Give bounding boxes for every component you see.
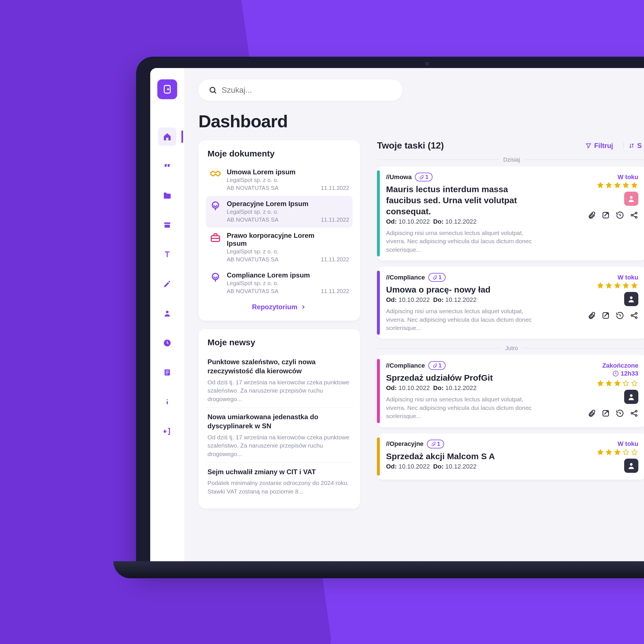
history-icon[interactable] <box>616 211 624 219</box>
attachment-icon[interactable] <box>587 409 596 418</box>
nav-home[interactable] <box>158 128 176 146</box>
document-title: Prawo korporacyjne Lorem Ipsum <box>227 232 316 247</box>
quote-icon <box>163 162 172 171</box>
news-item[interactable]: Nowa umiarkowana jedenastka do dyscyplin… <box>206 408 353 463</box>
note-icon[interactable] <box>601 311 610 320</box>
folder-icon <box>163 191 172 200</box>
sort-icon <box>628 142 635 149</box>
document-org2: AB NOVATUTAS SA <box>227 216 316 224</box>
filter-label: Filtruj <box>594 142 613 150</box>
attachment-chip[interactable]: 1 <box>427 440 444 448</box>
share-icon[interactable] <box>630 311 638 320</box>
attachment-chip[interactable]: 1 <box>428 361 446 370</box>
head-icon <box>209 200 222 212</box>
note-icon[interactable] <box>601 409 610 418</box>
nav-archive[interactable] <box>158 216 176 234</box>
laptop-frame: Dashboard Moje dokumenty Umowa Lorem ips… <box>136 57 644 567</box>
task-status: W toku <box>618 173 638 181</box>
task-card[interactable]: //Compliance1ZakończoneSprzedaż udziałów… <box>377 355 644 427</box>
share-icon[interactable] <box>630 211 638 219</box>
task-status: W toku <box>618 274 638 281</box>
star-icon <box>630 380 638 387</box>
svg-point-17 <box>630 296 632 299</box>
document-row[interactable]: Prawo korporacyjne Lorem IpsumLegalSpot … <box>206 228 353 267</box>
home-icon <box>163 132 172 141</box>
news-title: Moje newsy <box>206 338 353 347</box>
news-card: Moje newsy Punktowe szaleństwo, czyli no… <box>198 329 360 509</box>
history-icon[interactable] <box>616 409 624 418</box>
star-icon <box>613 181 621 189</box>
document-date: 11.11.2022 <box>321 288 349 295</box>
star-icon <box>622 181 630 189</box>
sort-button[interactable]: S <box>623 142 644 150</box>
svg-point-4 <box>166 311 168 313</box>
assignee-avatar[interactable] <box>624 292 638 306</box>
nav-quote[interactable] <box>158 157 176 175</box>
document-row[interactable]: Compliance Lorem ipsumLegalSpot sp. z o.… <box>206 267 353 299</box>
sidebar <box>150 68 184 567</box>
document-row[interactable]: Umowa Lorem ipsumLegalSpot sp. z o. o.AB… <box>206 164 353 196</box>
task-actions <box>587 409 638 418</box>
task-desc: Adipiscing nisi urna senectus lectus ali… <box>386 395 533 420</box>
star-icon <box>605 448 613 456</box>
document-row[interactable]: Operacyjne Lorem IpsumLegalSpot sp. z o.… <box>206 196 353 228</box>
share-icon[interactable] <box>630 409 638 418</box>
svg-point-7 <box>167 399 168 400</box>
task-group-divider: Jutro <box>377 345 644 351</box>
task-dates: Od: 10.10.2022 Do: 10.12.2022 <box>386 218 545 225</box>
nav-folder[interactable] <box>158 187 176 205</box>
edit-icon <box>163 279 172 289</box>
chevron-right-icon <box>300 304 306 310</box>
task-dates: Od: 10.10.2022 Do: 10.12.2022 <box>386 463 495 470</box>
task-card[interactable]: //Compliance1W tokuUmowa o pracę- nowy ł… <box>377 267 644 339</box>
note-icon[interactable] <box>601 211 610 219</box>
task-rating <box>596 282 638 290</box>
attachment-chip[interactable]: 1 <box>415 173 432 181</box>
news-item-title: Sejm uchwalił zmiany w CIT i VAT <box>207 467 351 476</box>
history-icon[interactable] <box>616 311 624 320</box>
archive-icon <box>163 221 172 230</box>
nav-edit[interactable] <box>158 275 176 293</box>
star-icon <box>622 380 630 387</box>
attachment-chip[interactable]: 1 <box>428 273 446 282</box>
document-org2: AB NOVATUTAS SA <box>227 287 316 295</box>
assignee-avatar[interactable] <box>624 390 638 404</box>
task-card[interactable]: //Umowa1W tokuMauris lectus interdum mas… <box>377 166 644 260</box>
assignee-avatar[interactable] <box>624 459 638 473</box>
task-category: //Operacyjne <box>386 440 423 448</box>
svg-point-12 <box>630 196 632 199</box>
star-icon <box>596 380 604 387</box>
task-desc: Adipiscing nisi urna senectus lectus ali… <box>386 307 533 332</box>
svg-point-11 <box>212 273 219 279</box>
task-status: Zakończone <box>602 362 638 369</box>
news-item[interactable]: Sejm uchwalił zmiany w CIT i VATPodatek … <box>206 463 353 500</box>
svg-point-28 <box>630 463 632 465</box>
nav-logout[interactable] <box>158 422 176 440</box>
search-input[interactable] <box>222 86 392 95</box>
task-status: W toku <box>618 440 638 448</box>
star-icon <box>613 448 621 456</box>
nav-user[interactable] <box>158 304 176 323</box>
repository-link[interactable]: Repozytorium <box>206 299 353 312</box>
nav-text[interactable] <box>158 245 176 264</box>
svg-point-1 <box>167 88 169 90</box>
search-bar[interactable] <box>198 79 403 101</box>
task-category: //Compliance <box>386 274 425 281</box>
nav-clock[interactable] <box>158 334 176 352</box>
assignee-avatar[interactable] <box>624 192 638 206</box>
nav-list[interactable] <box>158 363 176 382</box>
filter-button[interactable]: Filtruj <box>581 142 618 150</box>
document-org2: AB NOVATUTAS SA <box>227 255 316 263</box>
news-item[interactable]: Punktowe szaleństwo, czyli nowa rzeczywi… <box>206 353 353 408</box>
task-dates: Od: 10.10.2022 Do: 10.12.2022 <box>386 296 533 304</box>
attachment-icon[interactable] <box>587 211 596 219</box>
star-icon <box>613 282 621 290</box>
news-item-title: Nowa umiarkowana jedenastka do dyscyplin… <box>207 412 351 431</box>
document-title: Umowa Lorem ipsum <box>227 168 316 176</box>
filter-icon <box>585 142 592 149</box>
document-org2: AB NOVATUTAS SA <box>227 184 316 192</box>
nav-info[interactable] <box>158 393 176 411</box>
task-card[interactable]: //Operacyjne1W tokuSprzedaż akcji Malcom… <box>377 433 644 480</box>
attachment-icon[interactable] <box>587 311 596 320</box>
news-item-title: Punktowe szaleństwo, czyli nowa rzeczywi… <box>207 357 351 376</box>
